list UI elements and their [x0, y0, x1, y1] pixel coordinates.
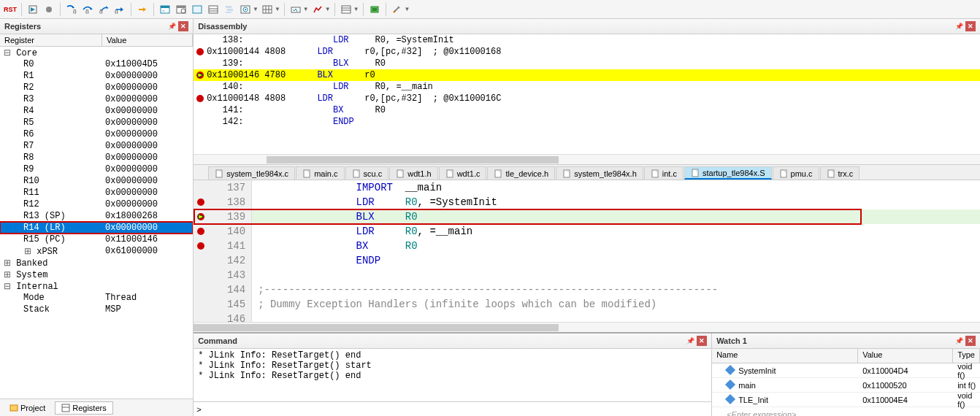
register-row[interactable]: R15 (PC)0x11000146: [0, 234, 193, 245]
run-button[interactable]: [26, 2, 40, 17]
watch-row[interactable]: TLE_Init0x110004E4void f(): [712, 393, 980, 407]
step-into-button[interactable]: {}: [64, 2, 79, 17]
watch-window-button[interactable]: [238, 2, 253, 17]
serial-window-button[interactable]: [288, 2, 303, 17]
register-group-core[interactable]: ⊟ Core: [0, 47, 193, 58]
register-row[interactable]: R80x00000000: [0, 152, 193, 163]
col-register[interactable]: Register: [0, 34, 102, 46]
register-row[interactable]: R00x110004D5: [0, 58, 193, 70]
registers-tree[interactable]: ⊟ Core R00x110004D5R10x00000000R20x00000…: [0, 47, 193, 398]
register-row[interactable]: ⊞ xPSR0x61000000: [0, 245, 193, 257]
col-name[interactable]: Name: [712, 349, 858, 363]
step-out-button[interactable]: {}: [96, 2, 111, 17]
watch-row[interactable]: main0x11000520int f(): [712, 378, 980, 393]
tab-registers[interactable]: Registers: [55, 401, 112, 415]
dropdown-arrow-icon[interactable]: ▼: [253, 6, 259, 12]
close-icon[interactable]: ✕: [965, 21, 976, 31]
file-tab[interactable]: startup_tle984x.S: [684, 166, 772, 180]
close-icon[interactable]: ✕: [965, 336, 976, 346]
register-group[interactable]: ⊞ Banked: [0, 257, 193, 269]
reset-button[interactable]: RST: [3, 2, 18, 17]
editor-scrollbar[interactable]: [194, 322, 980, 332]
code-line[interactable]: ;---------------------------------------…: [252, 282, 980, 297]
file-tab[interactable]: pmu.c: [773, 166, 819, 180]
command-window-button[interactable]: >: [158, 2, 172, 17]
file-tab[interactable]: wdt1.h: [389, 166, 437, 180]
watch-grid[interactable]: Name Value Type SystemInit0x110004D4void…: [712, 349, 980, 416]
command-input[interactable]: >: [194, 401, 711, 416]
register-row[interactable]: R120x00000000: [0, 199, 193, 210]
disassembly-line[interactable]: 0x11000144 4808 LDR r0,[pc,#32] ; @0x110…: [194, 46, 980, 58]
register-row[interactable]: R90x00000000: [0, 163, 193, 175]
dropdown-arrow-icon[interactable]: ▼: [325, 6, 331, 12]
code-line[interactable]: LDR R0, =SystemInit: [252, 195, 980, 209]
close-icon[interactable]: ✕: [178, 21, 188, 31]
register-row[interactable]: R100x00000000: [0, 175, 193, 187]
dropdown-arrow-icon[interactable]: ▼: [303, 6, 309, 12]
call-stack-button[interactable]: [222, 2, 237, 17]
stop-button[interactable]: [42, 2, 56, 17]
code-line[interactable]: BX R0: [252, 239, 980, 253]
disassembly-scrollbar[interactable]: [194, 154, 980, 164]
registers-window-button[interactable]: [206, 2, 221, 17]
run-to-cursor-button[interactable]: {}: [112, 2, 127, 17]
code-line[interactable]: [252, 268, 980, 282]
file-tab[interactable]: scu.c: [345, 166, 389, 180]
tools-button[interactable]: [390, 2, 405, 17]
file-tab[interactable]: wdt1.c: [439, 166, 487, 180]
pin-icon[interactable]: 📌: [685, 336, 695, 346]
register-row[interactable]: R10x00000000: [0, 70, 193, 82]
register-row[interactable]: R13 (SP)0x18000268: [0, 210, 193, 222]
analysis-button[interactable]: [310, 2, 325, 17]
file-tab[interactable]: trx.c: [820, 166, 860, 180]
disassembly-line[interactable]: 0x11000146 4780 BLX r0: [194, 69, 980, 81]
dropdown-arrow-icon[interactable]: ▼: [405, 6, 410, 12]
source-editor[interactable]: 137138139140141142143144145146 IMPORT __…: [194, 180, 980, 322]
register-row[interactable]: R30x00000000: [0, 93, 193, 105]
file-tab[interactable]: system_tle984x.c: [208, 166, 295, 180]
disassembly-view[interactable]: 138: LDR R0, =SystemInit0x11000144 4808 …: [194, 34, 980, 154]
disassembly-line[interactable]: 141: BX R0: [194, 104, 980, 116]
file-tab[interactable]: int.c: [644, 166, 684, 180]
disassembly-line[interactable]: 142: ENDP: [194, 116, 980, 128]
disassembly-window-button[interactable]: [174, 2, 188, 17]
register-row[interactable]: R14 (LR)0x00000000: [0, 222, 193, 234]
memory-window-button[interactable]: [260, 2, 275, 17]
register-row[interactable]: R110x00000000: [0, 187, 193, 199]
symbols-window-button[interactable]: [190, 2, 204, 17]
pin-icon[interactable]: 📌: [954, 21, 964, 31]
code-line[interactable]: ; Dummy Exception Handlers (infinite loo…: [252, 297, 980, 312]
register-row[interactable]: R40x00000000: [0, 105, 193, 117]
disassembly-line[interactable]: 138: LDR R0, =SystemInit: [194, 34, 980, 46]
dropdown-arrow-icon[interactable]: ▼: [353, 6, 359, 12]
code-line[interactable]: LDR R0, =__main: [252, 224, 980, 239]
trace-button[interactable]: [339, 2, 353, 17]
file-tab[interactable]: tle_device.h: [487, 166, 555, 180]
tab-project[interactable]: Project: [3, 401, 52, 415]
register-group[interactable]: ⊞ System: [0, 269, 193, 280]
code-line[interactable]: ENDP: [252, 253, 980, 268]
dropdown-arrow-icon[interactable]: ▼: [275, 6, 280, 12]
disassembly-line[interactable]: 139: BLX R0: [194, 58, 980, 69]
register-row[interactable]: R20x00000000: [0, 82, 193, 93]
watch-enter-row[interactable]: <Enter expression>: [712, 407, 980, 416]
col-value[interactable]: Value: [102, 34, 193, 46]
register-row[interactable]: ModeThread: [0, 292, 193, 304]
pin-icon[interactable]: 📌: [954, 336, 964, 346]
watch-row[interactable]: SystemInit0x110004D4void f(): [712, 363, 980, 378]
close-icon[interactable]: ✕: [697, 336, 707, 346]
code-line[interactable]: BLX R0: [252, 209, 980, 224]
code-line[interactable]: IMPORT __main: [252, 180, 980, 195]
command-output[interactable]: * JLink Info: ResetTarget() end* JLink I…: [194, 349, 711, 401]
col-value[interactable]: Value: [858, 349, 953, 363]
register-row[interactable]: R50x00000000: [0, 117, 193, 128]
step-over-button[interactable]: {}: [80, 2, 95, 17]
disassembly-line[interactable]: 140: LDR R0, =__main: [194, 81, 980, 93]
col-type[interactable]: Type: [953, 349, 980, 363]
pin-icon[interactable]: 📌: [166, 21, 177, 31]
file-tab[interactable]: main.c: [296, 166, 344, 180]
show-next-button[interactable]: [135, 2, 150, 17]
register-group[interactable]: ⊟ Internal: [0, 280, 193, 292]
file-tab[interactable]: system_tle984x.h: [556, 166, 643, 180]
register-row[interactable]: R60x00000000: [0, 128, 193, 140]
